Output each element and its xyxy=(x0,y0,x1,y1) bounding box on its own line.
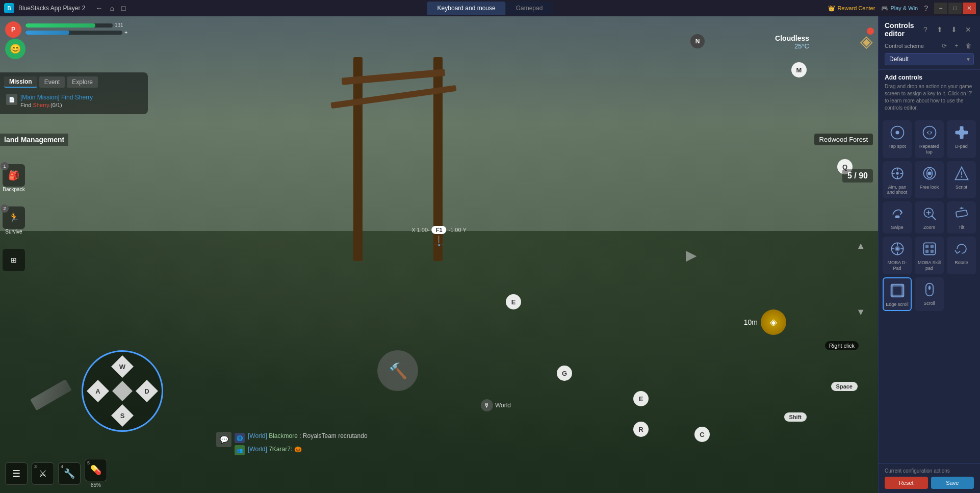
ce-item-dpad[interactable]: D-pad xyxy=(947,120,976,158)
tab-gamepad[interactable]: Gamepad xyxy=(506,2,553,15)
world-label: World xyxy=(495,402,511,409)
crosshair-v-line xyxy=(439,236,440,243)
nav-arrow-right[interactable]: ▶ xyxy=(686,246,697,263)
tab-mission[interactable]: Mission xyxy=(4,76,37,88)
backpack-slot[interactable]: 🎒 1 Backpack xyxy=(3,164,25,192)
ce-reset-button[interactable]: Reset xyxy=(885,477,928,489)
back-button[interactable]: ← xyxy=(93,3,105,13)
tap-spot-icon xyxy=(888,123,907,142)
game-viewport: P 131 + 😊 Mission xyxy=(0,16,878,493)
tab-explore[interactable]: Explore xyxy=(67,76,98,88)
ce-scheme-btn-3[interactable]: 🗑 xyxy=(964,41,974,51)
mission-target: Sherry. xyxy=(33,102,50,108)
repeated-tap-label: Repeated tap xyxy=(917,144,942,155)
reward-center-button[interactable]: 👑 Reward Center xyxy=(828,5,875,12)
hotbar-menu[interactable]: ☰ xyxy=(5,462,28,485)
title-bar: B BlueStacks App Player 2 ← ⌂ □ Keyboard… xyxy=(0,0,980,16)
survive-label: Survive xyxy=(5,229,22,235)
reward-icon: 👑 xyxy=(828,5,835,12)
crosshair-dot xyxy=(438,244,440,246)
ce-export-button[interactable]: ⬇ xyxy=(948,24,960,35)
ce-import-button[interactable]: ⬆ xyxy=(934,24,945,35)
ce-header: Controls editor ? ⬆ ⬇ ✕ Control scheme ⟳… xyxy=(879,16,980,70)
ce-help-button[interactable]: ? xyxy=(920,24,931,35)
recents-button[interactable]: □ xyxy=(119,3,127,13)
action-button[interactable]: 🔨 xyxy=(377,350,418,391)
arrow-up[interactable]: ▲ xyxy=(856,241,865,251)
swipe-icon xyxy=(888,204,907,223)
tab-keyboard-mouse[interactable]: Keyboard and mouse xyxy=(427,2,506,15)
ce-close-button[interactable]: ✕ xyxy=(963,24,974,35)
player-avatar: 😊 xyxy=(5,39,25,59)
ce-item-moba-skill[interactable]: MOBA Skill pad xyxy=(915,237,944,274)
hotbar-slot-5[interactable]: 5 💊 xyxy=(85,459,107,481)
stamina-icon: + xyxy=(124,30,127,35)
m-marker: M xyxy=(791,62,807,77)
crosshair-y-label: -1.00 Y xyxy=(449,227,467,233)
ce-item-moba-dpad[interactable]: MOBA D-Pad xyxy=(883,237,912,274)
ce-item-scroll[interactable]: Scroll xyxy=(915,277,944,312)
moba-skill-label: MOBA Skill pad xyxy=(917,260,942,271)
dpad[interactable]: W S A D xyxy=(82,350,163,432)
weather-condition: Cloudless xyxy=(775,34,809,42)
ce-scheme-select[interactable]: Default xyxy=(885,53,974,65)
close-button[interactable]: ✕ xyxy=(963,3,976,14)
ce-item-repeated-tap[interactable]: Repeated tap xyxy=(915,120,944,158)
svg-rect-43 xyxy=(901,284,904,297)
svg-rect-24 xyxy=(956,210,967,217)
ce-item-swipe[interactable]: Swipe xyxy=(883,201,912,233)
hotbar-4[interactable]: 4 🔧 xyxy=(58,462,81,485)
ce-scheme-label: Control scheme xyxy=(885,43,924,49)
compass-dot xyxy=(867,28,874,35)
window-controls: − □ ✕ xyxy=(934,3,976,14)
ce-item-tap-spot[interactable]: Tap spot xyxy=(883,120,912,158)
ce-item-zoom[interactable]: Zoom xyxy=(915,201,944,233)
svg-line-21 xyxy=(932,216,935,220)
free-look-icon xyxy=(920,164,939,183)
chat-text-1: [World] Blackmore : RoyalsTeam recrutand… xyxy=(248,432,368,440)
script-icon xyxy=(952,164,971,183)
hotbar-slot-4[interactable]: 4 🔧 xyxy=(58,462,81,485)
home-button[interactable]: ⌂ xyxy=(108,3,116,13)
tilt-label: Tilt xyxy=(959,225,965,230)
zoom-label: Zoom xyxy=(923,225,935,230)
tilt-icon xyxy=(952,204,971,223)
maximize-button[interactable]: □ xyxy=(948,3,962,14)
moba-dpad-label: MOBA D-Pad xyxy=(885,260,910,271)
arrow-down[interactable]: ▼ xyxy=(856,307,865,318)
backpack-icon: 🎒 xyxy=(8,170,19,181)
svg-point-12 xyxy=(896,172,898,174)
zoom-icon xyxy=(920,204,939,223)
hotbar-3[interactable]: 3 ⚔ xyxy=(32,462,54,485)
g-marker: G xyxy=(557,366,572,381)
ce-save-button[interactable]: Save xyxy=(931,477,974,489)
ce-item-aim-pan[interactable]: Aim, pan and shoot xyxy=(883,161,912,199)
ce-item-free-look[interactable]: Free look xyxy=(915,161,944,199)
svg-rect-42 xyxy=(891,284,893,297)
shift-marker: Shift xyxy=(784,412,807,422)
help-button[interactable]: ? xyxy=(924,4,928,12)
svg-point-18 xyxy=(961,176,962,177)
ce-item-rotate[interactable]: Rotate xyxy=(947,237,976,274)
ce-scheme-btn-2[interactable]: + xyxy=(951,41,962,51)
tab-event[interactable]: Event xyxy=(39,76,65,88)
ce-title-actions: ? ⬆ ⬇ ✕ xyxy=(920,24,974,35)
ce-item-script[interactable]: Script xyxy=(947,161,976,199)
survive-slot[interactable]: 🏃 2 Survive xyxy=(3,206,25,235)
rotate-icon xyxy=(952,240,971,258)
mission-item: 📄 [Main Mission] Find Sherry Find Sherry… xyxy=(4,92,144,110)
hotbar-5[interactable]: 5 💊 85% xyxy=(85,459,107,488)
space-badge: Space xyxy=(831,382,858,391)
minimize-button[interactable]: − xyxy=(934,3,947,14)
temperature: 25°C xyxy=(775,42,809,50)
menu-slot[interactable]: ☰ xyxy=(5,462,28,485)
ce-item-edge-scroll[interactable]: Edge scroll xyxy=(883,277,912,312)
ce-item-tilt[interactable]: Tilt xyxy=(947,201,976,233)
more-slot[interactable]: ⊞ xyxy=(3,249,25,271)
action-icon: 🔨 xyxy=(389,362,407,380)
compass-button[interactable]: ◈ xyxy=(761,309,786,335)
hotbar-slot-3[interactable]: 3 ⚔ xyxy=(32,462,54,485)
play-win-button[interactable]: 🎮 Play & Win xyxy=(881,5,918,12)
ce-scheme-btn-1[interactable]: ⟳ xyxy=(939,41,949,51)
svg-point-3 xyxy=(928,131,931,134)
